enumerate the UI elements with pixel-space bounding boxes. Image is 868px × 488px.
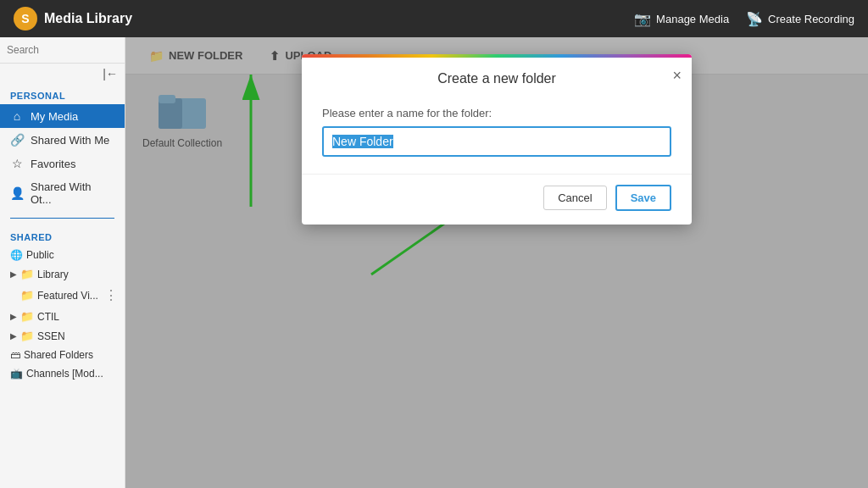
modal-overlay: Create a new folder × Please enter a nam… [125, 37, 868, 488]
sidebar-item-public[interactable]: 🌐 Public [0, 246, 125, 264]
channels-label: Channels [Mod... [26, 368, 103, 380]
personal-section-label: PERSONAL [0, 84, 125, 104]
people-icon: 👤 [10, 186, 24, 200]
more-icon[interactable]: ⋮ [104, 287, 118, 303]
content-area: 📁 NEW FOLDER ⬆ UPLOAD Default Collection [125, 37, 868, 488]
modal-title: Create a new folder [437, 71, 556, 86]
ssen-folder-icon: 📁 [20, 330, 34, 342]
expand-arrow-ctil-icon: ▶ [10, 312, 17, 321]
app-title: Media Library [44, 11, 132, 26]
star-icon: ☆ [10, 157, 24, 170]
cancel-button[interactable]: Cancel [543, 186, 606, 210]
sidebar-collapse-btn[interactable]: |← [0, 64, 125, 84]
library-label: Library [37, 269, 69, 280]
subfolder-icon: 📁 [20, 289, 34, 302]
manage-media-action[interactable]: 📷 Manage Media [634, 11, 729, 27]
sidebar-item-ssen[interactable]: ▶ 📁 SSEN [0, 326, 125, 346]
search-input[interactable] [7, 44, 134, 56]
modal-footer: Cancel Save [302, 174, 692, 225]
shared-with-me-label: Shared With Me [31, 134, 109, 147]
my-media-label: My Media [31, 110, 78, 123]
channels-icon: 📺 [10, 368, 23, 380]
logo-icon: S [14, 7, 37, 30]
sidebar: ⇅ |← PERSONAL ⌂ My Media 🔗 Shared With M… [0, 37, 125, 488]
folder-icon: 📁 [20, 268, 34, 280]
manage-media-label: Manage Media [656, 13, 729, 25]
top-bar-actions: 📷 Manage Media 📡 Create Recording [634, 11, 854, 27]
featured-vi-label: Featured Vi... [37, 290, 98, 302]
folder-name-input[interactable] [322, 126, 671, 157]
create-recording-action[interactable]: 📡 Create Recording [746, 11, 854, 27]
sidebar-item-my-media[interactable]: ⌂ My Media [0, 104, 125, 128]
ssen-label: SSEN [37, 330, 65, 342]
favorites-label: Favorites [31, 158, 75, 170]
create-folder-modal: Create a new folder × Please enter a nam… [302, 54, 692, 225]
sidebar-item-favorites[interactable]: ☆ Favorites [0, 152, 125, 175]
wifi-icon: 📡 [746, 11, 763, 27]
sidebar-item-ctil[interactable]: ▶ 📁 CTIL [0, 307, 125, 326]
save-button[interactable]: Save [615, 185, 671, 211]
modal-close-button[interactable]: × [672, 68, 682, 83]
share-icon: 🔗 [10, 133, 24, 147]
sidebar-item-shared-with-others[interactable]: 👤 Shared With Ot... [0, 175, 125, 211]
manage-media-icon: 📷 [634, 11, 651, 27]
sidebar-item-featured-vi[interactable]: 📁 Featured Vi... ⋮ [0, 284, 125, 307]
main-layout: ⇅ |← PERSONAL ⌂ My Media 🔗 Shared With M… [0, 37, 868, 488]
home-icon: ⌂ [10, 109, 24, 123]
shared-folder-icon: 🗃 [10, 349, 20, 361]
modal-instruction: Please enter a name for the folder: [322, 107, 671, 119]
public-label: Public [26, 249, 54, 261]
app-logo: S Media Library [14, 7, 132, 30]
sidebar-item-shared-with-me[interactable]: 🔗 Shared With Me [0, 128, 125, 152]
shared-folders-label: Shared Folders [24, 349, 93, 361]
sidebar-item-channels[interactable]: 📺 Channels [Mod... [0, 364, 125, 383]
sidebar-search: ⇅ [0, 37, 125, 64]
ctil-label: CTIL [37, 311, 59, 323]
collapse-icon: |← [103, 67, 118, 80]
top-bar: S Media Library 📷 Manage Media 📡 Create … [0, 0, 868, 37]
expand-arrow-icon: ▶ [10, 269, 17, 279]
shared-with-others-label: Shared With Ot... [31, 180, 114, 206]
modal-header: Create a new folder × [302, 58, 692, 93]
create-recording-label: Create Recording [768, 13, 854, 25]
expand-arrow-ssen-icon: ▶ [10, 331, 17, 341]
ctil-folder-icon: 📁 [20, 310, 34, 323]
sidebar-item-shared-folders[interactable]: 🗃 Shared Folders [0, 346, 125, 364]
sidebar-item-library[interactable]: ▶ 📁 Library [0, 264, 125, 284]
modal-body: Please enter a name for the folder: [302, 93, 692, 174]
shared-section-label: SHARED [0, 225, 125, 246]
globe-icon: 🌐 [10, 249, 23, 261]
sidebar-divider [10, 218, 114, 219]
